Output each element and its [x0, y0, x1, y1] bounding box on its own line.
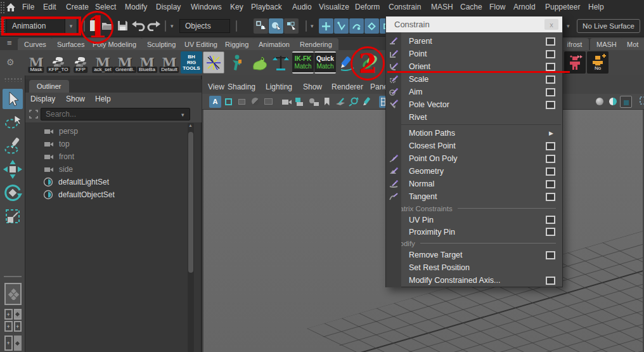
- menu-item-pole-vector[interactable]: Pole Vector: [386, 98, 562, 111]
- menu-item-closest-point[interactable]: Closest Point: [386, 140, 562, 152]
- shelf-button-character[interactable]: [226, 51, 247, 74]
- frame-selected-icon[interactable]: [222, 96, 235, 108]
- menu-display[interactable]: Display: [156, 3, 181, 11]
- menu-help[interactable]: Help: [588, 3, 604, 11]
- shelf-tab-rigging[interactable]: Rigging: [219, 38, 255, 50]
- option-box[interactable]: [546, 193, 555, 201]
- scrollbar-thumb[interactable]: [188, 132, 193, 273]
- layout-single-pane-button[interactable]: [4, 283, 22, 305]
- outliner-item-front[interactable]: front: [44, 150, 203, 163]
- option-box[interactable]: [546, 180, 555, 188]
- menu-item-geometry[interactable]: Geometry: [386, 165, 562, 178]
- menu-item-uv-pin[interactable]: UV Pin: [386, 214, 562, 226]
- option-box[interactable]: [546, 155, 555, 163]
- snap-to-curve-button[interactable]: [334, 18, 349, 34]
- shelf-button-blueba[interactable]: MBlueBa: [136, 51, 158, 74]
- shelf-button-default[interactable]: MDefault: [158, 51, 180, 74]
- home-icon[interactable]: [6, 3, 16, 13]
- shelf-button-greenb[interactable]: MGreenB.: [114, 51, 136, 74]
- shelf-tab-animation[interactable]: Animation: [252, 38, 296, 50]
- menu-edit[interactable]: Edit: [43, 3, 56, 11]
- menu-item-set-rest-position[interactable]: Set Rest Position: [386, 261, 562, 274]
- menu-key[interactable]: Key: [230, 3, 243, 11]
- lock-camera-icon[interactable]: [294, 96, 306, 108]
- menu-file[interactable]: File: [22, 3, 34, 11]
- menu-flow[interactable]: Flow: [489, 3, 505, 11]
- menu-constrain[interactable]: Constrain: [389, 3, 421, 11]
- mask-sphere-icon[interactable]: [607, 96, 619, 108]
- select-component-button[interactable]: [284, 18, 299, 34]
- option-box[interactable]: [546, 101, 555, 109]
- pencil-surface-icon[interactable]: [334, 96, 346, 108]
- paint-select-tool[interactable]: [3, 136, 23, 156]
- menu-item-remove-target[interactable]: Remove Target: [386, 249, 562, 261]
- outliner-scrollbar[interactable]: ▲: [188, 123, 194, 352]
- shelf-menu-icon[interactable]: ≡: [7, 38, 12, 48]
- menu-item-parent[interactable]: Parent: [386, 35, 562, 48]
- shelf-tab-surfaces[interactable]: Surfaces: [51, 38, 91, 50]
- constrain-menu-header[interactable]: Constrain x: [386, 16, 562, 32]
- menu-audio[interactable]: Audio: [292, 3, 312, 11]
- shelf-button-ikfk-match[interactable]: IK-FK Match: [292, 51, 314, 74]
- snap-to-point-button[interactable]: [349, 18, 364, 34]
- select-camera-badge[interactable]: A: [209, 96, 221, 108]
- menu-playback[interactable]: Playback: [251, 3, 282, 11]
- option-box[interactable]: [546, 75, 555, 84]
- camera-icon[interactable]: [281, 96, 293, 108]
- rotate-tool[interactable]: [3, 183, 23, 203]
- outliner-tab[interactable]: Outliner: [29, 80, 69, 93]
- outliner-menu-help[interactable]: Help: [95, 95, 111, 103]
- layout-two-pane-button[interactable]: +: [4, 336, 22, 351]
- option-box[interactable]: [546, 63, 555, 71]
- image-plane-icon[interactable]: [262, 96, 274, 108]
- shelf-button-mask[interactable]: MMask: [25, 51, 47, 74]
- camera-attributes-icon[interactable]: [307, 96, 319, 108]
- option-box[interactable]: [546, 88, 555, 96]
- grease-pencil-icon[interactable]: [361, 96, 373, 108]
- outliner-search-input[interactable]: [41, 108, 190, 121]
- menu-item-rivet[interactable]: Rivet: [386, 111, 562, 124]
- option-box[interactable]: [546, 50, 555, 58]
- move-tool[interactable]: [3, 159, 23, 179]
- shelf-button-red-robot[interactable]: [564, 51, 586, 74]
- selection-highlight-icon[interactable]: [638, 96, 644, 108]
- frame-all-icon[interactable]: [236, 96, 248, 108]
- menu-item-point-on-poly[interactable]: Point On Poly: [386, 152, 562, 165]
- redo-icon[interactable]: [147, 21, 160, 31]
- shelf-tab-uv-editing[interactable]: UV Editing: [178, 38, 224, 50]
- vp-menu-lighting[interactable]: Lighting: [266, 82, 292, 91]
- menu-item-scale[interactable]: Scale: [386, 73, 562, 86]
- scroll-up-icon[interactable]: ▲: [188, 123, 193, 127]
- select-tool[interactable]: [3, 89, 23, 109]
- menu-item-proximity-pin[interactable]: Proximity Pin: [386, 226, 562, 238]
- chevron-down-icon[interactable]: ▾: [567, 23, 570, 29]
- menu-create[interactable]: Create: [66, 3, 89, 11]
- layout-four-pane-button[interactable]: + + +: [4, 309, 22, 332]
- shelf-button-dragon[interactable]: [248, 51, 269, 74]
- option-box[interactable]: [546, 228, 555, 236]
- menu-item-point[interactable]: Point: [386, 48, 562, 60]
- menu-modify[interactable]: Modify: [125, 3, 147, 11]
- menu-cache[interactable]: Cache: [460, 3, 482, 11]
- shelf-button-kfp[interactable]: KFP: [70, 51, 91, 74]
- vp-menu-view[interactable]: View: [208, 82, 224, 91]
- option-box[interactable]: [546, 216, 555, 224]
- shelf-button-scales[interactable]: [270, 51, 292, 74]
- select-hierarchy-button[interactable]: [254, 18, 268, 34]
- option-box[interactable]: [546, 167, 555, 176]
- save-scene-icon[interactable]: [117, 20, 128, 31]
- vp-menu-renderer[interactable]: Renderer: [332, 82, 363, 91]
- shelf-button-pack-set[interactable]: Mack_set: [92, 51, 113, 74]
- outliner-item-defaultobjectset[interactable]: defaultObjectSet: [43, 188, 202, 201]
- option-box[interactable]: [546, 251, 555, 259]
- option-box[interactable]: [546, 37, 555, 46]
- menu-arnold[interactable]: Arnold: [513, 3, 536, 11]
- zoom-region-icon[interactable]: [347, 96, 359, 108]
- outliner-item-defaultlightset[interactable]: defaultLightSet: [43, 176, 202, 188]
- menu-item-tangent[interactable]: Tangent: [386, 190, 562, 203]
- outliner-menu-display[interactable]: Display: [30, 95, 55, 103]
- shelf-gear-icon[interactable]: ⚙: [6, 57, 15, 67]
- select-object-button[interactable]: [269, 18, 283, 34]
- chevron-down-icon[interactable]: ▾: [171, 23, 174, 29]
- menu-mash[interactable]: MASH: [431, 3, 453, 11]
